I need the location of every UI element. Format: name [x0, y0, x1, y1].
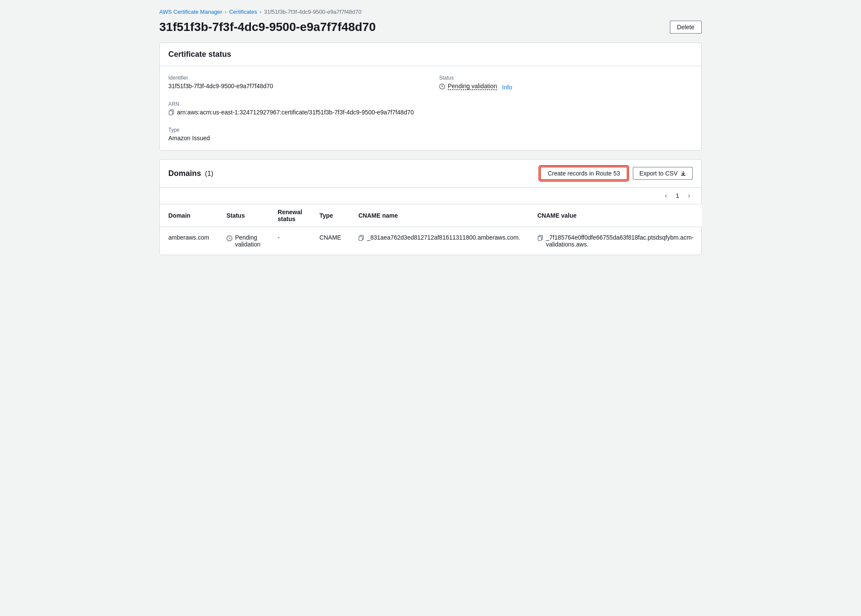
- col-status: Status: [218, 204, 269, 227]
- svg-rect-4: [359, 237, 362, 241]
- cell-cname-value: _7f185764e0ff0dfe66755da63f818fac.ptsdsq…: [529, 227, 702, 255]
- certificate-status-title: Certificate status: [168, 50, 231, 59]
- cname-value-copy-row: _7f185764e0ff0dfe66755da63f818fac.ptsdsq…: [537, 234, 694, 248]
- cell-renewal-status: -: [269, 227, 311, 255]
- certificate-status-body: Identifier 31f51f3b-7f3f-4dc9-9500-e9a7f…: [160, 66, 701, 150]
- table-row: amberaws.com Pending validation - CNAME: [160, 227, 702, 255]
- type-label: Type: [168, 127, 422, 133]
- identifier-value: 31f51f3b-7f3f-4dc9-9500-e9a7f7f48d70: [168, 83, 422, 89]
- breadcrumb-sep-1: ›: [225, 9, 226, 15]
- type-field: Type Amazon Issued: [168, 127, 422, 142]
- arn-field: ARN arn:aws:acm:us-east-1:324712927967:c…: [168, 101, 422, 117]
- renewal-status-value: -: [278, 234, 280, 241]
- domains-count: (1): [205, 170, 214, 177]
- status-field: Status Pending validation Info: [439, 75, 693, 91]
- cell-domain: amberaws.com: [160, 227, 218, 255]
- domains-section-title-text: Domains: [168, 169, 201, 178]
- status-value: Pending validation Info: [439, 83, 693, 91]
- arn-value: arn:aws:acm:us-east-1:324712927967:certi…: [177, 109, 414, 116]
- svg-rect-1: [169, 111, 173, 115]
- delete-button[interactable]: Delete: [670, 21, 702, 34]
- export-csv-button[interactable]: Export to CSV: [633, 167, 693, 180]
- pending-validation-text: Pending validation: [448, 83, 497, 89]
- breadcrumb-certificates-link[interactable]: Certificates: [229, 9, 257, 15]
- svg-rect-2: [681, 175, 686, 176]
- cname-name-copy-icon[interactable]: [358, 235, 364, 242]
- cname-name-copy-row: _831aea762d3ed812712af81611311800.ambera…: [358, 234, 520, 242]
- cname-value-copy-icon[interactable]: [537, 235, 543, 242]
- col-domain: Domain: [160, 204, 218, 227]
- row-status-badge: Pending validation: [226, 234, 260, 248]
- col-renewal-status: Renewal status: [269, 204, 311, 227]
- certificate-status-card: Certificate status Identifier 31f51f3b-7…: [159, 43, 702, 151]
- table-body: amberaws.com Pending validation - CNAME: [160, 227, 702, 255]
- domains-table: Domain Status Renewal status Type CNAME …: [160, 204, 702, 255]
- domains-card: Domains (1) Create records in Route 53 E…: [159, 159, 702, 255]
- type-cell-value: CNAME: [319, 234, 341, 241]
- identifier-field: Identifier 31f51f3b-7f3f-4dc9-9500-e9a7f…: [168, 75, 422, 91]
- page-title: 31f51f3b-7f3f-4dc9-9500-e9a7f7f48d70: [159, 20, 376, 34]
- cell-type: CNAME: [311, 227, 350, 255]
- page-header: 31f51f3b-7f3f-4dc9-9500-e9a7f7f48d70 Del…: [159, 20, 702, 34]
- certificate-status-card-header: Certificate status: [160, 43, 701, 66]
- status-label: Status: [439, 75, 693, 81]
- cname-value-text: _7f185764e0ff0dfe66755da63f818fac.ptsdsq…: [546, 234, 694, 248]
- info-link[interactable]: Info: [502, 84, 512, 91]
- cell-cname-name: _831aea762d3ed812712af81611311800.ambera…: [350, 227, 529, 255]
- arn-label: ARN: [168, 101, 422, 107]
- table-header: Domain Status Renewal status Type CNAME …: [160, 204, 702, 227]
- breadcrumb-service-link[interactable]: AWS Certificate Manager: [159, 9, 222, 15]
- clock-icon: [439, 83, 445, 89]
- type-value: Amazon Issued: [168, 135, 422, 142]
- next-page-button[interactable]: ›: [685, 191, 693, 200]
- col-type: Type: [311, 204, 350, 227]
- arn-copy-icon[interactable]: [168, 109, 174, 117]
- page-number: 1: [673, 192, 682, 199]
- status-badge: Pending validation: [439, 83, 497, 89]
- pagination-row: ‹ 1 ›: [160, 188, 701, 204]
- row-clock-icon: [226, 235, 232, 241]
- domain-value: amberaws.com: [168, 234, 209, 241]
- arn-field-value-row: arn:aws:acm:us-east-1:324712927967:certi…: [168, 109, 422, 117]
- col-cname-value: CNAME value: [529, 204, 702, 227]
- breadcrumb-current: 31f51f3b-7f3f-4dc9-9500-e9a7f7f48d70: [264, 9, 361, 15]
- svg-rect-6: [538, 237, 542, 241]
- cell-status: Pending validation: [218, 227, 269, 255]
- breadcrumb-sep-2: ›: [260, 9, 261, 15]
- domains-card-header: Domains (1) Create records in Route 53 E…: [160, 160, 701, 188]
- prev-page-button[interactable]: ‹: [662, 191, 669, 200]
- identifier-label: Identifier: [168, 75, 422, 81]
- cname-name-value: _831aea762d3ed812712af81611311800.ambera…: [367, 234, 520, 241]
- status-grid: Identifier 31f51f3b-7f3f-4dc9-9500-e9a7f…: [168, 75, 693, 142]
- arn-right-spacer: [439, 101, 693, 117]
- breadcrumb: AWS Certificate Manager › Certificates ›…: [159, 9, 702, 15]
- col-cname-name: CNAME name: [350, 204, 529, 227]
- create-records-button[interactable]: Create records in Route 53: [540, 166, 628, 180]
- export-csv-label: Export to CSV: [639, 170, 678, 177]
- row-status-text: Pending validation: [235, 234, 260, 248]
- domains-actions: Create records in Route 53 Export to CSV: [540, 166, 693, 180]
- domains-title: Domains (1): [168, 169, 214, 178]
- download-icon: [680, 170, 686, 176]
- domains-title-row: Domains (1): [168, 169, 214, 178]
